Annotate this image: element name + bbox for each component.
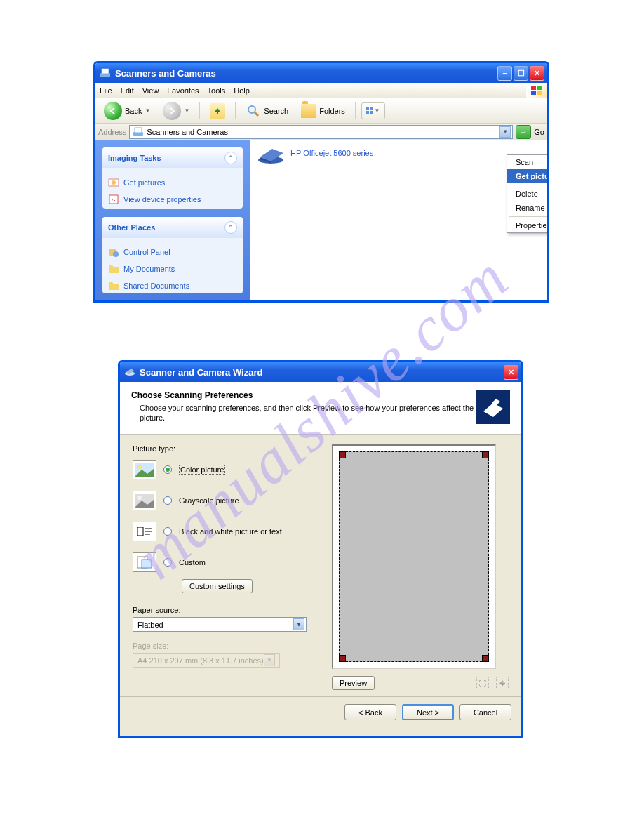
radio-custom[interactable] <box>163 558 172 567</box>
address-field[interactable]: Scanners and Cameras ▼ <box>129 125 513 139</box>
resize-handle-tl[interactable] <box>339 451 346 458</box>
my-documents-label: My Documents <box>123 265 175 273</box>
separator <box>235 102 236 119</box>
radio-bw[interactable] <box>163 527 172 536</box>
ctx-rename[interactable]: Rename <box>507 201 549 215</box>
page-size-value: A4 210 x 297 mm (8.3 x 11.7 inches) <box>137 656 264 665</box>
windows-flag-icon <box>526 83 547 98</box>
go-button[interactable]: → <box>516 125 531 139</box>
color-thumb-icon <box>133 460 156 479</box>
properties-icon <box>108 194 119 205</box>
option-color[interactable]: Color picture <box>133 460 315 479</box>
dropdown-icon[interactable]: ▼ <box>293 618 304 630</box>
fit-page-icon[interactable]: ✥ <box>496 677 509 689</box>
folders-button[interactable]: Folders <box>297 102 349 119</box>
radio-color[interactable] <box>163 465 172 474</box>
up-button[interactable] <box>206 102 229 120</box>
ctx-delete[interactable]: Delete <box>507 187 549 201</box>
sidebar: Imaging Tasks ⌃ Get pictures View device… <box>95 140 250 300</box>
other-places-title: Other Places <box>108 223 155 232</box>
ctx-properties[interactable]: Properties <box>507 218 549 232</box>
menu-help[interactable]: Help <box>234 86 250 95</box>
pictures-icon <box>108 177 119 188</box>
paper-source-value: Flatbed <box>137 621 163 629</box>
forward-dropdown-icon[interactable]: ▼ <box>184 107 189 114</box>
wizard-titlebar[interactable]: Scanner and Camera Wizard ✕ <box>120 362 521 382</box>
option-grayscale[interactable]: Grayscale picture <box>133 491 315 510</box>
back-label: Back <box>125 107 142 115</box>
shared-documents-link[interactable]: Shared Documents <box>108 277 237 293</box>
preview-frame[interactable] <box>332 444 496 669</box>
maximize-button[interactable]: ☐ <box>514 66 528 81</box>
address-icon <box>133 126 144 138</box>
back-button[interactable]: < Back <box>344 704 396 720</box>
custom-label: Custom <box>179 558 206 567</box>
back-button[interactable]: Back ▼ <box>100 100 154 121</box>
svg-rect-5 <box>537 91 542 95</box>
grayscale-label: Grayscale picture <box>179 496 239 505</box>
address-label: Address <box>98 128 126 136</box>
svg-rect-4 <box>531 91 536 95</box>
preview-button[interactable]: Preview <box>332 676 375 690</box>
shared-icon <box>108 280 119 291</box>
option-bw[interactable]: Black and white picture or text <box>133 522 315 541</box>
wizard-description: Choose your scanning preferences, and th… <box>131 403 476 423</box>
zoom-selection-icon[interactable]: ⛶ <box>476 677 489 689</box>
menu-edit[interactable]: Edit <box>121 86 134 95</box>
close-button[interactable]: ✕ <box>530 66 544 81</box>
search-label: Search <box>264 107 288 115</box>
view-properties-label: View device properties <box>123 195 201 204</box>
menu-view[interactable]: View <box>142 86 159 95</box>
up-folder-icon <box>210 103 225 119</box>
minimize-button[interactable]: – <box>497 66 512 81</box>
get-pictures-label: Get pictures <box>123 178 165 187</box>
titlebar[interactable]: Scanners and Cameras – ☐ ✕ <box>95 63 547 83</box>
forward-button[interactable]: ▼ <box>159 100 194 121</box>
svg-rect-1 <box>102 69 109 74</box>
svg-rect-3 <box>537 86 542 90</box>
get-pictures-link[interactable]: Get pictures <box>108 174 237 191</box>
resize-handle-tr[interactable] <box>482 451 489 458</box>
next-button[interactable]: Next > <box>402 704 454 720</box>
option-custom[interactable]: Custom <box>133 552 315 572</box>
view-properties-link[interactable]: View device properties <box>108 191 237 208</box>
resize-handle-br[interactable] <box>482 655 489 662</box>
picture-type-label: Picture type: <box>133 444 315 453</box>
preview-selection[interactable] <box>339 451 489 662</box>
menu-tools[interactable]: Tools <box>208 86 226 95</box>
ctx-scan[interactable]: Scan <box>507 155 549 169</box>
menu-file[interactable]: File <box>100 86 112 95</box>
search-button[interactable]: Search <box>241 102 293 120</box>
cancel-button[interactable]: Cancel <box>459 704 511 720</box>
my-documents-link[interactable]: My Documents <box>108 260 237 277</box>
radio-grayscale[interactable] <box>163 496 172 505</box>
custom-settings-button[interactable]: Custom settings <box>182 579 253 593</box>
paper-source-label: Paper source: <box>133 606 315 614</box>
back-dropdown-icon[interactable]: ▼ <box>145 107 150 114</box>
views-button[interactable]: ▼ <box>361 102 385 119</box>
documents-icon <box>108 263 119 274</box>
wizard-close-button[interactable]: ✕ <box>504 365 518 380</box>
other-places-panel: Other Places ⌃ Control Panel My Document… <box>102 217 243 293</box>
collapse-button[interactable]: ⌃ <box>224 221 237 234</box>
collapse-button[interactable]: ⌃ <box>224 152 237 164</box>
control-panel-link[interactable]: Control Panel <box>108 244 237 260</box>
menu-favorites[interactable]: Favorites <box>167 86 199 95</box>
scanner-title-icon <box>100 67 111 79</box>
separator <box>509 216 549 217</box>
imaging-tasks-panel: Imaging Tasks ⌃ Get pictures View device… <box>102 147 243 208</box>
scanner-device-icon <box>257 147 285 164</box>
bw-thumb-icon <box>133 522 156 541</box>
menubar: File Edit View Favorites Tools Help <box>95 83 547 98</box>
wizard-left-panel: Picture type: Color picture Grayscale pi… <box>133 444 315 690</box>
device-item[interactable]: HP Officejet 5600 series <box>257 147 540 164</box>
color-label: Color picture <box>179 465 225 475</box>
paper-source-select[interactable]: Flatbed ▼ <box>133 617 307 632</box>
views-icon <box>366 107 373 114</box>
svg-point-6 <box>248 106 255 113</box>
ctx-get-picture[interactable]: Get picture using Scanner Wizard <box>507 169 549 183</box>
main-content[interactable]: HP Officejet 5600 series Scan Get pictur… <box>250 140 547 300</box>
context-menu: Scan Get picture using Scanner Wizard De… <box>507 154 549 233</box>
address-dropdown-icon[interactable]: ▼ <box>499 126 511 138</box>
resize-handle-bl[interactable] <box>339 655 346 662</box>
